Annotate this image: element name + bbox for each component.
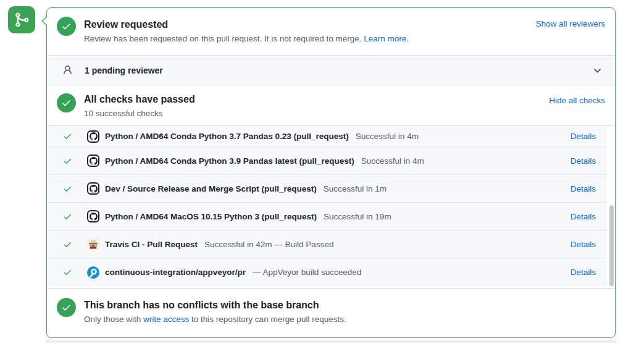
check-status: Successful in 1m [324, 184, 387, 193]
check-row: Python / AMD64 Conda Python 3.7 Pandas 0… [47, 126, 607, 147]
check-row: Dev / Source Release and Merge Script (p… [47, 175, 607, 203]
review-requested-section: Review requested Review has been request… [47, 8, 615, 55]
merge-conflicts-section: This branch has no conflicts with the ba… [47, 289, 615, 338]
pending-reviewer-label: 1 pending reviewer [85, 66, 163, 75]
check-details-link[interactable]: Details [571, 212, 596, 221]
github-actions-icon [87, 130, 99, 143]
check-app-icon-slot [87, 130, 99, 143]
checks-passed-subtitle: 10 successful checks [84, 108, 549, 120]
person-icon [62, 65, 73, 75]
review-requested-title: Review requested [84, 18, 535, 32]
check-success-icon [63, 240, 72, 249]
check-app-icon-slot [87, 182, 99, 195]
check-status: Successful in 4m [356, 132, 419, 141]
check-row: Python / AMD64 Conda Python 3.9 Pandas l… [47, 147, 607, 175]
check-success-icon [63, 156, 72, 166]
checks-list: Python / AMD64 Conda Python 3.7 Pandas 0… [47, 126, 615, 286]
check-name: Travis CI - Pull Request [105, 240, 198, 249]
check-status: Successful in 19m [324, 212, 391, 221]
check-name: Python / AMD64 Conda Python 3.9 Pandas l… [105, 156, 354, 166]
git-merge-icon [14, 12, 30, 28]
pull-request-merge-area: Review requested Review has been request… [0, 0, 644, 343]
check-details-link[interactable]: Details [571, 156, 596, 166]
check-row: continuous-integration/appveyor/pr — App… [47, 258, 607, 286]
check-details-link[interactable]: Details [571, 184, 596, 193]
appveyor-icon [87, 266, 99, 279]
github-actions-icon [87, 210, 99, 222]
success-circle-icon [57, 17, 76, 36]
merge-status-box: Review requested Review has been request… [46, 7, 616, 338]
check-app-icon-slot [87, 155, 99, 167]
chevron-down-icon[interactable] [592, 65, 603, 75]
write-access-link[interactable]: write access [143, 315, 189, 324]
check-app-icon-slot [87, 238, 99, 250]
next-timeline-item-edge [46, 341, 616, 343]
review-requested-description: Review has been requested on this pull r… [84, 33, 535, 45]
check-name: Python / AMD64 Conda Python 3.7 Pandas 0… [105, 132, 349, 141]
check-name: Python / AMD64 MacOS 10.15 Python 3 (pul… [105, 212, 317, 221]
check-row: Python / AMD64 MacOS 10.15 Python 3 (pul… [47, 203, 607, 231]
travis-ci-icon [87, 238, 99, 250]
github-actions-icon [87, 155, 99, 167]
success-circle-icon [57, 298, 76, 317]
check-details-link[interactable]: Details [571, 240, 596, 249]
learn-more-link[interactable]: Learn more. [364, 34, 409, 43]
check-success-icon [63, 132, 72, 141]
check-success-icon [63, 268, 72, 277]
checks-summary-section: All checks have passed 10 successful che… [47, 85, 615, 125]
checks-passed-title: All checks have passed [84, 93, 549, 106]
check-status: Successful in 42m — Build Passed [204, 240, 333, 249]
checks-list-viewport: Python / AMD64 Conda Python 3.7 Pandas 0… [47, 125, 615, 289]
check-status: Successful in 4m [361, 156, 424, 166]
no-conflicts-title: This branch has no conflicts with the ba… [84, 299, 346, 312]
check-success-icon [63, 184, 72, 193]
hide-all-checks-link[interactable]: Hide all checks [549, 96, 605, 105]
check-app-icon-slot [87, 210, 99, 222]
check-row: Travis CI - Pull Request Successful in 4… [47, 231, 607, 258]
check-details-link[interactable]: Details [571, 268, 596, 277]
check-name: continuous-integration/appveyor/pr [105, 268, 246, 277]
pending-reviewer-row[interactable]: 1 pending reviewer [47, 55, 615, 85]
github-actions-icon [87, 182, 99, 195]
show-all-reviewers-link[interactable]: Show all reviewers [535, 19, 605, 28]
checks-scrollbar-thumb[interactable] [609, 205, 614, 286]
check-status: — AppVeyor build succeeded [253, 268, 361, 277]
check-success-icon [63, 212, 72, 221]
git-merge-avatar [8, 6, 35, 33]
check-app-icon-slot [87, 266, 99, 279]
no-conflicts-subtitle: Only those with write access to this rep… [84, 313, 346, 326]
success-circle-icon [57, 93, 76, 112]
check-details-link[interactable]: Details [571, 132, 596, 141]
check-name: Dev / Source Release and Merge Script (p… [105, 184, 317, 193]
